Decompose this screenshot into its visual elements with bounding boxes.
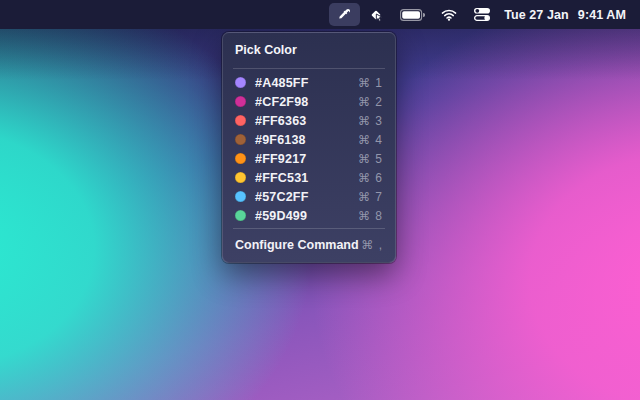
color-item-1[interactable]: #A485FF⌘ 1 (223, 73, 395, 92)
wifi-icon (441, 9, 457, 21)
color-item-8[interactable]: #59D499⌘ 8 (223, 206, 395, 225)
color-shortcut: ⌘ 6 (358, 171, 383, 185)
control-center-icon (473, 7, 491, 22)
color-shortcut: ⌘ 1 (358, 76, 383, 90)
color-shortcut: ⌘ 4 (358, 133, 383, 147)
color-item-7[interactable]: #57C2FF⌘ 7 (223, 187, 395, 206)
color-item-4[interactable]: #9F6138⌘ 4 (223, 130, 395, 149)
color-swatch (235, 77, 246, 88)
color-item-2[interactable]: #CF2F98⌘ 2 (223, 92, 395, 111)
color-hex-label: #CF2F98 (255, 95, 309, 109)
color-hex-label: #59D499 (255, 209, 307, 223)
battery-status-item[interactable] (392, 3, 433, 26)
color-hex-label: #A485FF (255, 76, 309, 90)
wifi-status-item[interactable] (433, 3, 465, 26)
color-shortcut: ⌘ 8 (358, 209, 383, 223)
color-item-6[interactable]: #FFC531⌘ 6 (223, 168, 395, 187)
color-swatch (235, 134, 246, 145)
color-swatch (235, 115, 246, 126)
control-center-status-item[interactable] (465, 3, 499, 26)
color-picker-menu-extra[interactable] (329, 3, 360, 26)
eyedropper-icon (337, 7, 352, 22)
color-shortcut: ⌘ 5 (358, 152, 383, 166)
color-swatch (235, 191, 246, 202)
color-swatch (235, 153, 246, 164)
color-swatch (235, 172, 246, 183)
color-hex-label: #FFC531 (255, 171, 309, 185)
menu-bar-status-area: Tue 27 Jan 9:41 AM (329, 0, 640, 29)
color-hex-label: #FF6363 (255, 114, 306, 128)
menu-separator (233, 228, 385, 229)
menu-separator (233, 68, 385, 69)
menubar-clock[interactable]: 9:41 AM (574, 8, 631, 22)
configure-command-item[interactable]: Configure Command ⌘ , (223, 233, 395, 257)
color-hex-label: #FF9217 (255, 152, 306, 166)
color-hex-label: #9F6138 (255, 133, 306, 147)
color-swatch (235, 210, 246, 221)
configure-command-label: Configure Command (235, 238, 359, 252)
menu-title: Pick Color (223, 38, 395, 65)
battery-icon (400, 9, 425, 21)
diamond-cursor-icon (368, 7, 384, 23)
menu-bar: Tue 27 Jan 9:41 AM (0, 0, 640, 29)
configure-command-shortcut: ⌘ , (361, 238, 383, 252)
color-swatch (235, 96, 246, 107)
color-shortcut: ⌘ 7 (358, 190, 383, 204)
color-list: #A485FF⌘ 1#CF2F98⌘ 2#FF6363⌘ 3#9F6138⌘ 4… (223, 73, 395, 225)
color-shortcut: ⌘ 2 (358, 95, 383, 109)
color-hex-label: #57C2FF (255, 190, 309, 204)
color-item-3[interactable]: #FF6363⌘ 3 (223, 111, 395, 130)
diamond-cursor-app-item[interactable] (360, 3, 392, 26)
color-shortcut: ⌘ 3 (358, 114, 383, 128)
menubar-date[interactable]: Tue 27 Jan (499, 8, 574, 22)
pick-color-menu: Pick Color #A485FF⌘ 1#CF2F98⌘ 2#FF6363⌘ … (222, 32, 396, 263)
color-item-5[interactable]: #FF9217⌘ 5 (223, 149, 395, 168)
